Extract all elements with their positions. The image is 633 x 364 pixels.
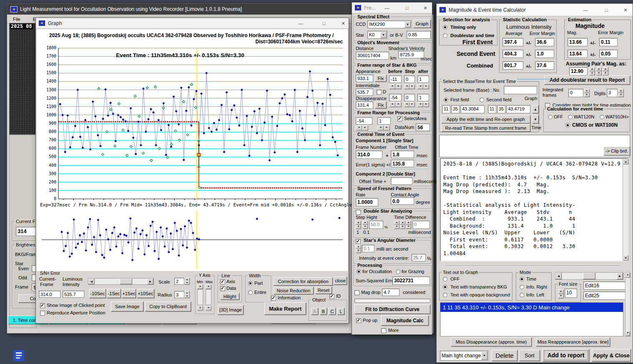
before-left-icon[interactable]: ◄	[389, 84, 395, 89]
select-area-checkbox[interactable]	[397, 116, 402, 121]
digits-field[interactable]: 3	[607, 89, 618, 97]
ang-down-icon[interactable]: ▼	[356, 249, 361, 253]
error-sigma-field[interactable]: 135.8	[391, 160, 414, 167]
report-scroll-down-icon[interactable]: ▼	[623, 255, 628, 261]
add-doublestar-button[interactable]: Add doublestar result to Report	[544, 75, 630, 85]
second-event-err-field[interactable]: 1.0	[535, 50, 554, 58]
magnitude-calc-button[interactable]: Magnitude Calc	[381, 315, 429, 326]
integrated-frames-field[interactable]: 0	[568, 89, 583, 97]
offset2-field[interactable]	[391, 177, 412, 185]
calc-minimize-icon[interactable]: —	[579, 7, 592, 14]
copy-clipboard-button[interactable]: Copy to ClipBoard	[145, 301, 191, 311]
ymin-up-icon[interactable]: ▲	[197, 284, 203, 289]
make-report-button[interactable]: Make Report	[264, 302, 306, 315]
menu-file[interactable]: File	[13, 17, 20, 22]
after-right-icon[interactable]: ►	[423, 84, 429, 89]
angular-diameter-checkbox[interactable]	[356, 239, 361, 244]
miss-disappearance-button[interactable]: Miss Disappearance (approx. time)	[451, 337, 532, 346]
before2-left-icon[interactable]: ◄	[389, 102, 395, 107]
proc1-left-icon[interactable]: ◄	[356, 126, 362, 131]
frame-scrollbar[interactable]: ◄ ►	[88, 278, 154, 285]
after-field[interactable]: 1	[417, 75, 429, 83]
wat910h-radio[interactable]	[600, 115, 604, 119]
sh2-up-icon[interactable]: ▲	[362, 221, 368, 225]
time-difference-field[interactable]: 0	[412, 221, 430, 229]
appearance-fix-button[interactable]: Fix	[375, 75, 387, 82]
result-listbox[interactable]: 1 11 35 43.310 +/- 0.153s, S/N= 3.30 D M…	[440, 302, 623, 336]
proc2-left-icon[interactable]: ◄	[377, 126, 384, 131]
mag2-field[interactable]: 13.64	[568, 50, 588, 58]
line-axis-checkbox[interactable]	[220, 279, 225, 284]
ccd-dropdown-icon[interactable]: ▼	[404, 21, 411, 28]
step-right-icon[interactable]: ►	[409, 84, 415, 89]
mag1-err-field[interactable]: 0.11	[599, 38, 618, 46]
after2-field[interactable]: 1	[417, 94, 429, 101]
datanum-field[interactable]: 56	[416, 123, 430, 131]
font-up-icon[interactable]: ▲	[558, 289, 564, 294]
scroll-left-icon[interactable]: ◄	[88, 279, 95, 284]
graph-maximize-icon[interactable]: □	[318, 20, 330, 27]
information-checkbox[interactable]	[271, 296, 276, 301]
taskbar-document-icon[interactable]	[13, 350, 24, 361]
distance-field[interactable]: 306017404	[356, 52, 389, 60]
t2-sec-field[interactable]: 43.4719	[506, 105, 530, 113]
scroll-right-icon[interactable]: ►	[147, 279, 153, 284]
minus-10sec-button[interactable]: -10Sec	[89, 289, 106, 298]
light-curve-chart[interactable]: 0100200300400500600700800900100011001200…	[38, 45, 347, 201]
bv-field[interactable]: 0.85	[407, 31, 431, 39]
show-image-checkbox[interactable]	[40, 303, 45, 308]
result-list-item-selected[interactable]: 1 11 35 43.310 +/- 0.153s, S/N= 3.30 D M…	[440, 303, 623, 312]
residual-chart[interactable]	[38, 209, 347, 271]
first-event-err-field[interactable]: 36.6	[535, 38, 554, 46]
scale-field[interactable]: 2	[174, 278, 184, 285]
mode-info-right-radio[interactable]	[520, 285, 524, 289]
ymax-up-icon[interactable]: ▲	[206, 284, 211, 289]
timing-only-radio[interactable]	[443, 25, 447, 30]
radius-field[interactable]: 3	[174, 291, 184, 298]
width-entire-radio[interactable]	[248, 290, 253, 295]
sse-field[interactable]: 3022731	[392, 276, 430, 285]
plus-1sec-button[interactable]: +1Sec	[122, 289, 136, 298]
digits-down-icon[interactable]: ▼	[618, 93, 624, 97]
step-left-icon[interactable]: ◄	[404, 84, 409, 89]
close-button[interactable]: close	[334, 276, 347, 285]
before-field[interactable]: -11	[389, 75, 402, 83]
calc-maximize-icon[interactable]: □	[600, 7, 613, 14]
ymax-track[interactable]	[206, 289, 211, 305]
sort-button[interactable]: Sort	[519, 350, 540, 361]
id-checkbox[interactable]	[329, 294, 334, 299]
reproduce-aperture-checkbox[interactable]	[40, 311, 45, 316]
for-occultation-radio[interactable]	[357, 269, 361, 274]
spectral-graph-button[interactable]: Graph	[413, 20, 431, 28]
disappearance-fix-button[interactable]: Fix	[375, 101, 387, 108]
scale-spin-down-icon[interactable]: ▼	[184, 281, 190, 285]
textout-opaque-radio[interactable]	[443, 293, 447, 297]
minus-1sec-button[interactable]: -1Sec	[107, 289, 121, 298]
digits-up-icon[interactable]: ▲	[618, 89, 624, 93]
3d-image-button[interactable]: [3D] Image	[218, 305, 244, 315]
gpos-thumb[interactable]	[583, 273, 595, 279]
right-scroll-down-icon[interactable]: ▼	[625, 331, 630, 336]
report-scroll-up-icon[interactable]: ▲	[623, 159, 628, 164]
line-data-checkbox[interactable]	[220, 286, 225, 291]
more-checkbox[interactable]	[381, 328, 386, 333]
right-vscroll[interactable]: ▲ ▼	[625, 272, 630, 336]
rate-field[interactable]: 1.0000	[356, 198, 378, 206]
as2-down-icon[interactable]: ▼	[596, 71, 602, 75]
radius-spin-down-icon[interactable]: ▼	[184, 294, 190, 298]
popup-checkbox[interactable]	[356, 318, 361, 323]
textout-off-radio[interactable]	[443, 277, 447, 281]
doublestar-time-radio[interactable]	[443, 33, 447, 38]
noise-reduction-button[interactable]: Noise Reduction	[274, 287, 314, 294]
mag-drop-field[interactable]: 4.7	[382, 289, 399, 296]
t2-min-field[interactable]: 35	[497, 105, 505, 113]
main-light-change-dropdown[interactable]: Main light change▼	[440, 351, 488, 361]
mode-info-left-radio[interactable]	[520, 293, 524, 297]
graph-minimize-icon[interactable]: —	[294, 20, 307, 27]
double-star-checkbox[interactable]	[356, 210, 361, 215]
add-to-report-button[interactable]: Add to report	[543, 349, 589, 361]
object-c-button[interactable]: C	[329, 308, 336, 315]
step-field[interactable]: 0	[404, 75, 415, 83]
sh2-down-icon[interactable]: ▼	[362, 225, 368, 229]
mag-drop-checkbox[interactable]	[354, 290, 359, 295]
